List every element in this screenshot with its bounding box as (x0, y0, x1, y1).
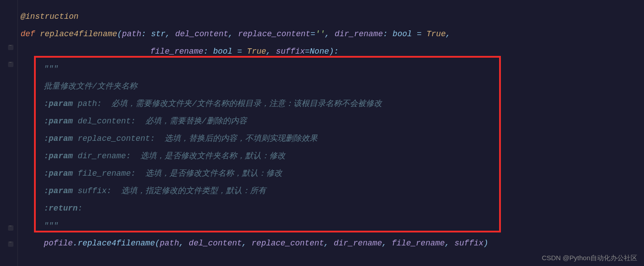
doc-param-tag: :param (44, 117, 73, 126)
call-arg: dir_rename (334, 239, 382, 248)
type-str: str (151, 30, 165, 38)
watermark: CSDN @Python自动化办公社区 (542, 254, 637, 262)
function-name: replace4filename (40, 30, 117, 38)
doc-param-name: dir_rename: (78, 152, 131, 160)
doc-param-tag: :param (44, 186, 73, 195)
fold-marker-icon[interactable] (8, 45, 13, 50)
decorator: @instruction (21, 12, 79, 21)
doc-param-tag: :param (44, 152, 73, 160)
fold-marker-icon[interactable] (8, 241, 13, 247)
default-none: None (310, 47, 329, 56)
call-arg: suffix (454, 239, 483, 248)
editor-gutter (0, 0, 18, 266)
doc-param-name: replace_content: (78, 134, 155, 143)
doc-param-desc: 选填，是否修改文件名称，默认：修改 (136, 169, 282, 178)
call-arg: file_rename (392, 239, 445, 248)
doc-param-name: path: (78, 99, 102, 108)
type-bool: bool (213, 47, 232, 56)
param-file-rename: file_rename (150, 47, 203, 56)
doc-param-tag: :param (44, 134, 73, 143)
doc-param-desc: 选填，是否修改文件夹名称，默认：修改 (131, 152, 285, 160)
call-arg: replace_content (252, 239, 324, 248)
call-method: replace4filename (78, 239, 155, 248)
fold-marker-icon[interactable] (8, 225, 13, 231)
doc-param-desc: 选填，替换后的内容，不填则实现删除效果 (155, 134, 318, 143)
doc-param-name: suffix: (78, 186, 112, 195)
doc-param-tag: :param (44, 99, 73, 108)
doc-param-name: del_content: (78, 117, 136, 126)
param-dir-rename: dir_rename (335, 30, 383, 38)
default-true: True (247, 47, 266, 56)
param-del-content: del_content (175, 30, 229, 38)
doc-return-tag: :return (44, 204, 78, 213)
default-true: True (427, 30, 446, 38)
code-editor[interactable]: @instruction def replace4filename(path: … (21, 8, 488, 252)
call-object: pofile (44, 239, 73, 248)
call-arg: path (160, 239, 179, 248)
call-arg: del_content (189, 239, 242, 248)
doc-param-desc: 必填，需要替换/删除的内容 (136, 117, 246, 126)
fold-marker-icon[interactable] (8, 62, 13, 67)
doc-param-desc: 必填，需要修改文件夹/文件名称的根目录，注意：该根目录名称不会被修改 (102, 99, 382, 108)
doc-param-name: file_rename: (78, 169, 136, 178)
doc-param-desc: 选填，指定修改的文件类型，默认：所有 (111, 186, 266, 195)
docstring-close: """ (44, 221, 58, 230)
param-replace-content: replace_content (238, 30, 310, 38)
docstring-title: 批量修改文件/文件夹名称 (44, 82, 137, 91)
doc-param-tag: :param (44, 169, 73, 178)
keyword-def: def (21, 30, 35, 38)
param-path: path (122, 30, 141, 38)
param-suffix: suffix (276, 47, 305, 56)
type-bool: bool (393, 30, 412, 38)
docstring-open: """ (44, 64, 58, 73)
doc-return-colon: : (78, 204, 83, 213)
default-empty-string: '' (315, 30, 325, 38)
